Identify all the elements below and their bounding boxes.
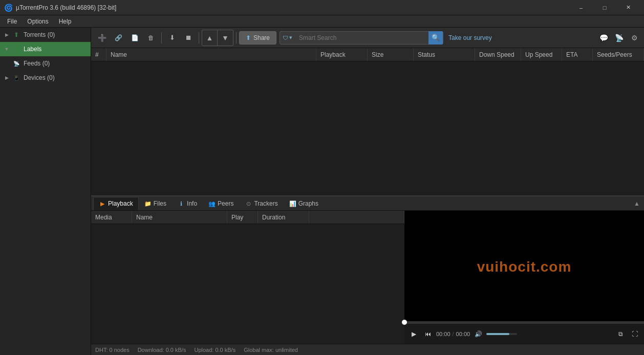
share-button[interactable]: ⬆ Share [239,31,276,45]
tab-peers[interactable]: 👥 Peers [203,197,239,210]
create-torrent-button[interactable]: 📄 [127,30,142,46]
expand-icon [4,61,9,66]
status-dht: DHT: 0 nodes [95,347,130,353]
col-duration[interactable]: Duration [258,211,309,224]
col-eta[interactable]: ETA [562,48,593,61]
search-input[interactable] [295,34,428,41]
take-survey-link[interactable]: Take our survey [444,34,496,41]
col-play[interactable]: Play [227,211,258,224]
media-panel: Media Name Play Duration [91,211,404,344]
col-media[interactable]: Media [91,211,132,224]
col-media-name[interactable]: Name [132,211,227,224]
stop-button[interactable]: ⏹ [181,30,196,46]
video-watermark: vuihocit.com [477,259,572,275]
sidebar-item-torrents[interactable]: ▶ ⬆ Torrents (0) [0,28,91,42]
chat-icon: 💬 [599,34,608,42]
toolbar: ➕ 🔗 📄 🗑 ⬇ ⏹ ▲ ▼ [91,28,644,48]
volume-slider[interactable] [486,333,517,335]
shield-icon: 🛡 [283,35,288,41]
tab-files[interactable]: 📁 Files [139,197,172,210]
col-downspeed[interactable]: Down Speed [475,48,521,61]
video-play-button[interactable]: ▶ [407,328,420,340]
col-upspeed[interactable]: Up Speed [521,48,562,61]
col-extra[interactable] [309,211,404,224]
time-separator: / [453,331,454,337]
sidebar-item-label: Torrents (0) [24,31,55,38]
status-download: Download: 0.0 kB/s [138,347,186,353]
maximize-button[interactable]: □ [593,0,616,15]
status-upload: Upload: 0.0 kB/s [194,347,235,353]
col-status[interactable]: Status [414,48,475,61]
menu-options[interactable]: Options [22,16,53,27]
torrent-table-area: # Name Playback Size Status Down Speed U… [91,48,644,195]
add-torrent-button[interactable]: ➕ [94,30,110,46]
expand-icon: ▶ [4,75,9,80]
volume-fill [486,333,509,335]
playback-tab-icon: ▶ [99,200,106,207]
link-icon: 🔗 [115,34,122,41]
toolbar-right: 💬 📡 ⚙ [597,31,641,45]
popout-icon: ⧉ [618,330,623,338]
toolbar-separator-3 [236,32,237,43]
menu-help[interactable]: Help [54,16,77,27]
sidebar: ▶ ⬆ Torrents (0) ▼ 🏷 Labels 📡 Feeds (0) … [0,28,91,355]
playback-tab-label: Playback [108,200,133,207]
info-tab-label: Info [187,200,197,207]
toolbar-separator-2 [199,32,199,43]
status-bar: DHT: 0 nodes Download: 0.0 kB/s Upload: … [91,344,644,355]
tab-trackers[interactable]: ⊙ Trackers [239,197,283,210]
sidebar-item-devices[interactable]: ▶ 📱 Devices (0) [0,71,91,85]
sidebar-item-labels[interactable]: ▼ 🏷 Labels [0,42,91,56]
volume-button[interactable]: 🔊 [472,328,484,340]
create-icon: 📄 [131,34,139,41]
move-up-button[interactable]: ▲ [202,30,218,46]
total-time: 00:00 [456,331,470,337]
start-button[interactable]: ⬇ [164,30,180,46]
bottom-tabs-left: ▶ Playback 📁 Files ℹ Info 👥 Peers [93,197,324,210]
app-title: µTorrentPro 3.6 (build 46896) [32-bit] [16,4,116,11]
devices-icon: 📱 [12,74,20,82]
search-button[interactable]: 🔍 [428,31,443,45]
remote-button[interactable]: 📡 [612,31,626,45]
progress-dot [402,320,407,325]
search-area: 🛡 ▾ 🔍 [280,31,443,45]
shield-dropdown[interactable]: ▾ [289,34,292,41]
settings-button[interactable]: ⚙ [628,31,641,45]
files-tab-label: Files [154,200,166,207]
chat-button[interactable]: 💬 [597,31,610,45]
search-shield: 🛡 ▾ [280,34,295,41]
sidebar-item-label: Devices (0) [24,74,55,81]
torrent-list [91,61,644,195]
add-link-button[interactable]: 🔗 [111,30,126,46]
popout-button[interactable]: ⧉ [614,328,627,340]
share-icon: ⬆ [246,34,251,41]
fullscreen-button[interactable]: ⛶ [629,328,641,340]
search-icon: 🔍 [432,34,440,41]
media-list [91,224,404,344]
video-screen[interactable]: vuihocit.com [404,211,644,323]
tab-graphs[interactable]: 📊 Graphs [284,197,324,210]
sidebar-item-feeds[interactable]: 📡 Feeds (0) [0,56,91,71]
share-label: Share [253,34,270,41]
add-icon: ➕ [98,34,106,42]
panel-expand-button[interactable]: ▲ [632,197,642,210]
col-hash[interactable]: # [91,48,106,61]
move-down-button[interactable]: ▼ [218,30,233,46]
video-prev-button[interactable]: ⏮ [422,328,434,340]
tab-playback[interactable]: ▶ Playback [93,197,139,210]
feeds-icon: 📡 [12,59,20,68]
menu-file[interactable]: File [2,16,22,27]
col-name[interactable]: Name [106,48,316,61]
sidebar-item-label: Labels [24,46,41,53]
col-size[interactable]: Size [368,48,414,61]
expand-icon: ▼ [4,47,9,52]
col-seeds[interactable]: Seeds/Peers [593,48,644,61]
minimize-button[interactable]: – [569,0,593,15]
progress-bar[interactable] [404,321,644,323]
files-tab-icon: 📁 [144,200,152,207]
col-playback[interactable]: Playback [316,48,368,61]
delete-torrent-button[interactable]: 🗑 [143,30,159,46]
torrents-icon: ⬆ [12,31,20,39]
tab-info[interactable]: ℹ Info [172,197,203,210]
close-button[interactable]: ✕ [616,0,640,15]
